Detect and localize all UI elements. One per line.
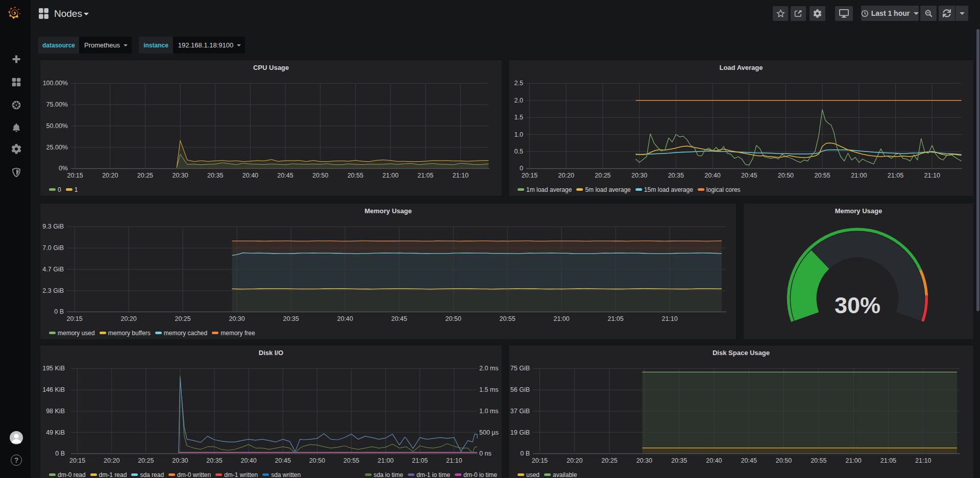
svg-text:20:55: 20:55 — [814, 172, 830, 179]
svg-text:20:15: 20:15 — [69, 457, 85, 464]
svg-text:0 B: 0 B — [520, 450, 530, 457]
svg-text:75 GiB: 75 GiB — [510, 365, 530, 372]
svg-text:20:45: 20:45 — [741, 457, 757, 464]
svg-text:20:20: 20:20 — [558, 172, 574, 179]
svg-text:20:25: 20:25 — [601, 457, 617, 464]
svg-text:4.7 GiB: 4.7 GiB — [42, 266, 64, 273]
svg-text:56 GiB: 56 GiB — [510, 386, 530, 393]
svg-text:20:55: 20:55 — [499, 315, 515, 322]
svg-text:0 B: 0 B — [54, 308, 64, 315]
svg-text:20:35: 20:35 — [207, 172, 223, 179]
svg-text:21:10: 21:10 — [453, 172, 469, 179]
svg-text:195 KiB: 195 KiB — [42, 365, 65, 372]
svg-text:20:20: 20:20 — [120, 315, 136, 322]
svg-text:0 ns: 0 ns — [479, 450, 492, 457]
svg-text:98 KiB: 98 KiB — [46, 408, 65, 415]
svg-text:20:40: 20:40 — [337, 315, 353, 322]
svg-text:20:30: 20:30 — [631, 172, 647, 179]
svg-text:20:50: 20:50 — [776, 457, 792, 464]
svg-text:20:40: 20:40 — [240, 457, 256, 464]
svg-text:20:55: 20:55 — [348, 172, 363, 179]
svg-text:20:35: 20:35 — [668, 172, 684, 179]
svg-text:21:05: 21:05 — [880, 457, 896, 464]
svg-text:21:00: 21:00 — [553, 315, 569, 322]
svg-text:1.5: 1.5 — [514, 114, 523, 121]
svg-text:21:00: 21:00 — [378, 457, 394, 464]
svg-text:7.0 GiB: 7.0 GiB — [42, 244, 64, 251]
svg-text:20:20: 20:20 — [102, 172, 118, 179]
svg-text:21:05: 21:05 — [412, 457, 428, 464]
svg-text:20:15: 20:15 — [66, 315, 82, 322]
svg-text:20:35: 20:35 — [671, 457, 687, 464]
svg-text:37 GiB: 37 GiB — [510, 408, 530, 415]
svg-text:20:25: 20:25 — [175, 315, 190, 322]
svg-text:20:30: 20:30 — [636, 457, 652, 464]
svg-text:1.0: 1.0 — [514, 131, 523, 138]
svg-text:20:45: 20:45 — [741, 172, 757, 179]
svg-text:50.00%: 50.00% — [46, 122, 68, 130]
svg-text:20:40: 20:40 — [242, 172, 258, 179]
svg-text:20:15: 20:15 — [532, 457, 548, 464]
svg-text:30%: 30% — [835, 292, 880, 318]
svg-text:20:15: 20:15 — [522, 172, 537, 179]
svg-text:20:20: 20:20 — [567, 457, 582, 464]
svg-text:2.5: 2.5 — [514, 80, 523, 87]
svg-text:0: 0 — [520, 165, 523, 172]
svg-text:100.00%: 100.00% — [43, 80, 68, 87]
svg-text:20:50: 20:50 — [309, 457, 325, 464]
svg-text:20:40: 20:40 — [706, 457, 722, 464]
svg-text:49 KiB: 49 KiB — [46, 429, 65, 436]
svg-text:19 GiB: 19 GiB — [510, 429, 530, 436]
svg-text:20:50: 20:50 — [445, 315, 461, 322]
svg-text:20:25: 20:25 — [137, 172, 153, 179]
svg-text:21:05: 21:05 — [888, 172, 903, 179]
svg-text:9.3 GiB: 9.3 GiB — [42, 223, 64, 230]
svg-text:0.5: 0.5 — [514, 148, 523, 155]
svg-text:1.5 ms: 1.5 ms — [479, 386, 499, 393]
svg-text:20:30: 20:30 — [172, 457, 188, 464]
svg-text:25.00%: 25.00% — [46, 144, 68, 151]
svg-text:20:45: 20:45 — [277, 172, 293, 179]
svg-text:20:45: 20:45 — [391, 315, 407, 322]
svg-text:20:55: 20:55 — [344, 457, 359, 464]
svg-text:75.00%: 75.00% — [46, 101, 68, 108]
svg-text:20:30: 20:30 — [229, 315, 244, 322]
svg-text:21:05: 21:05 — [607, 315, 623, 322]
svg-text:21:00: 21:00 — [845, 457, 861, 464]
svg-text:500 µs: 500 µs — [479, 429, 499, 436]
svg-text:20:30: 20:30 — [172, 172, 188, 179]
svg-text:20:50: 20:50 — [312, 172, 328, 179]
svg-text:2.3 GiB: 2.3 GiB — [42, 287, 64, 294]
svg-text:20:50: 20:50 — [778, 172, 794, 179]
svg-text:21:10: 21:10 — [662, 315, 677, 322]
svg-text:20:25: 20:25 — [595, 172, 610, 179]
svg-text:20:35: 20:35 — [206, 457, 222, 464]
svg-text:20:20: 20:20 — [104, 457, 119, 464]
svg-text:20:15: 20:15 — [67, 172, 83, 179]
svg-text:20:40: 20:40 — [704, 172, 720, 179]
svg-text:21:10: 21:10 — [924, 172, 940, 179]
svg-text:0 B: 0 B — [55, 450, 65, 457]
svg-text:0%: 0% — [59, 165, 68, 172]
svg-text:2.0: 2.0 — [514, 97, 523, 104]
svg-text:21:00: 21:00 — [382, 172, 398, 179]
svg-text:20:55: 20:55 — [811, 457, 826, 464]
svg-text:20:25: 20:25 — [138, 457, 154, 464]
svg-text:20:45: 20:45 — [275, 457, 291, 464]
svg-text:21:00: 21:00 — [851, 172, 867, 179]
svg-text:21:05: 21:05 — [418, 172, 433, 179]
svg-text:146 KiB: 146 KiB — [42, 386, 65, 393]
svg-text:21:10: 21:10 — [915, 457, 931, 464]
svg-text:1.0 ms: 1.0 ms — [479, 408, 499, 415]
svg-text:21:10: 21:10 — [446, 457, 462, 464]
svg-text:20:35: 20:35 — [283, 315, 299, 322]
svg-text:2.0 ms: 2.0 ms — [479, 365, 499, 372]
